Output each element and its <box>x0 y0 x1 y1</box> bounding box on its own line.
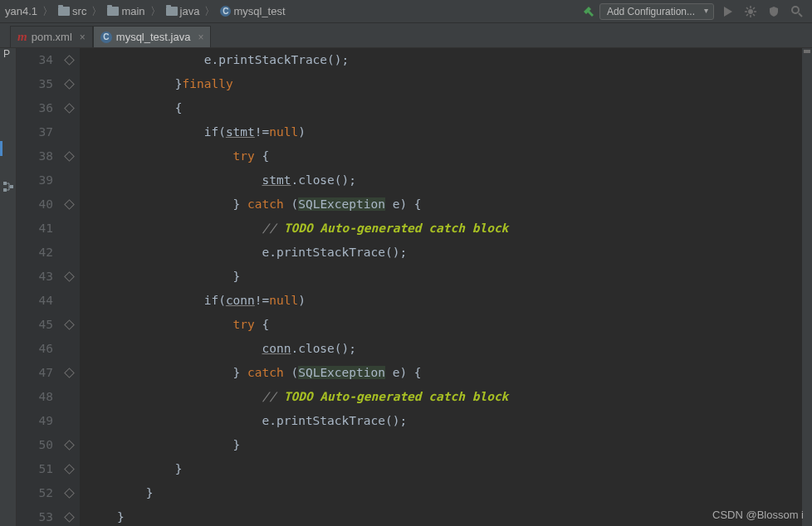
line-number[interactable]: 44 <box>17 289 53 313</box>
line-number[interactable]: 52 <box>17 481 53 505</box>
line-number[interactable]: 45 <box>17 313 53 337</box>
tab-mysql-test[interactable]: C mysql_test.java × <box>93 26 212 47</box>
project-tool-button[interactable]: P <box>3 48 10 60</box>
code-line: e.printStackTrace(); <box>88 53 349 66</box>
editor-tab-bar: m pom.xml × C mysql_test.java × <box>0 23 812 48</box>
structure-tool-icon[interactable] <box>2 181 14 192</box>
close-icon[interactable]: × <box>198 32 203 43</box>
breadcrumb-file[interactable]: mysql_test <box>233 5 285 17</box>
line-number[interactable]: 37 <box>17 120 53 144</box>
run-icon[interactable] <box>721 5 734 18</box>
identifier: conn <box>226 294 255 307</box>
breadcrumb-project[interactable]: yan4.1 <box>5 5 37 17</box>
keyword: catch <box>247 197 291 211</box>
folder-icon <box>107 7 119 16</box>
line-number[interactable]: 41 <box>17 217 53 241</box>
breadcrumb-folder[interactable]: java <box>180 5 200 17</box>
line-number[interactable]: 53 <box>17 505 53 526</box>
line-number[interactable]: 35 <box>17 72 53 96</box>
scrollbar-marker <box>804 50 810 53</box>
folder-icon <box>166 7 178 16</box>
code-line: } <box>88 510 125 524</box>
close-icon[interactable]: × <box>80 32 86 43</box>
line-number[interactable]: 51 <box>17 457 53 481</box>
tab-pom-xml[interactable]: m pom.xml × <box>10 26 93 47</box>
tool-window-stripe[interactable]: P <box>0 48 17 526</box>
fold-indicator-icon[interactable] <box>64 440 75 451</box>
line-number[interactable]: 34 <box>17 48 53 72</box>
chevron-right-icon: 〉 <box>204 4 215 19</box>
line-number[interactable]: 39 <box>17 168 53 192</box>
fold-indicator-icon[interactable] <box>64 199 75 210</box>
code-content[interactable]: e.printStackTrace(); }finally { if(stmt!… <box>80 48 802 526</box>
run-coverage-icon[interactable] <box>767 5 780 18</box>
chevron-right-icon: 〉 <box>91 4 102 19</box>
build-icon[interactable] <box>583 5 596 18</box>
code-text: } <box>88 366 247 379</box>
code-line: } <box>88 486 154 499</box>
breadcrumb-folder[interactable]: main <box>121 5 144 17</box>
code-text: e) { <box>385 197 422 211</box>
debug-icon[interactable] <box>744 5 757 18</box>
line-number[interactable]: 38 <box>17 144 53 168</box>
comment: // <box>262 222 284 235</box>
line-number[interactable]: 40 <box>17 192 53 217</box>
run-configuration-dropdown[interactable]: Add Configuration... <box>599 3 714 20</box>
code-text: ) <box>298 294 306 307</box>
line-number[interactable]: 47 <box>17 361 53 385</box>
code-text <box>88 342 262 355</box>
tab-label: pom.xml <box>32 31 72 43</box>
fold-gutter[interactable] <box>61 48 80 526</box>
svg-rect-2 <box>3 182 7 185</box>
fold-indicator-icon[interactable] <box>64 319 75 330</box>
line-number[interactable]: 42 <box>17 241 53 265</box>
top-navigation-bar: yan4.1 〉 src 〉 main 〉 java 〉 C mysql_tes… <box>0 0 812 23</box>
fold-indicator-icon[interactable] <box>64 488 75 499</box>
code-text <box>88 222 262 235</box>
code-text: { <box>262 149 270 163</box>
line-number[interactable]: 50 <box>17 433 53 457</box>
tab-label: mysql_test.java <box>116 31 191 43</box>
fold-indicator-icon[interactable] <box>64 103 75 114</box>
identifier: SQLException <box>298 197 385 211</box>
code-line: { <box>88 101 183 114</box>
breadcrumb-folder[interactable]: src <box>72 5 86 17</box>
code-text <box>88 318 233 331</box>
line-number[interactable]: 43 <box>17 265 53 289</box>
selection-indicator <box>0 141 2 156</box>
code-text: e) { <box>385 366 422 379</box>
vertical-scrollbar[interactable] <box>802 48 812 526</box>
identifier: stmt <box>262 173 291 187</box>
line-number[interactable]: 48 <box>17 385 53 409</box>
line-number[interactable]: 46 <box>17 337 53 361</box>
code-text: } <box>88 197 247 211</box>
fold-indicator-icon[interactable] <box>64 368 75 378</box>
fold-indicator-icon[interactable] <box>64 151 75 162</box>
code-editor[interactable]: 34 35 36 37 38 39 40 41 42 43 44 45 46 4… <box>17 48 812 526</box>
code-text: if( <box>88 125 226 139</box>
fold-indicator-icon[interactable] <box>64 79 75 90</box>
svg-point-0 <box>748 9 753 14</box>
line-number-gutter[interactable]: 34 35 36 37 38 39 40 41 42 43 44 45 46 4… <box>17 48 61 526</box>
keyword: try <box>233 318 262 331</box>
fold-indicator-icon[interactable] <box>64 512 75 523</box>
keyword: catch <box>247 366 291 379</box>
code-text: ( <box>291 366 298 379</box>
line-number[interactable]: 49 <box>17 409 53 433</box>
fold-indicator-icon[interactable] <box>64 464 75 475</box>
fold-indicator-icon[interactable] <box>64 271 75 282</box>
svg-rect-4 <box>10 185 13 188</box>
class-icon: C <box>220 6 231 17</box>
maven-icon: m <box>17 30 27 44</box>
fold-indicator-icon[interactable] <box>64 55 75 66</box>
code-text <box>88 149 233 163</box>
code-line: } <box>88 438 240 451</box>
keyword: try <box>233 149 262 163</box>
code-line: e.printStackTrace(); <box>88 414 407 427</box>
line-number[interactable]: 36 <box>17 96 53 120</box>
chevron-right-icon: 〉 <box>150 4 161 19</box>
breadcrumb[interactable]: yan4.1 〉 src 〉 main 〉 java 〉 C mysql_tes… <box>5 4 286 19</box>
identifier: conn <box>262 342 291 355</box>
comment: // <box>262 390 284 403</box>
search-icon[interactable] <box>790 5 804 18</box>
